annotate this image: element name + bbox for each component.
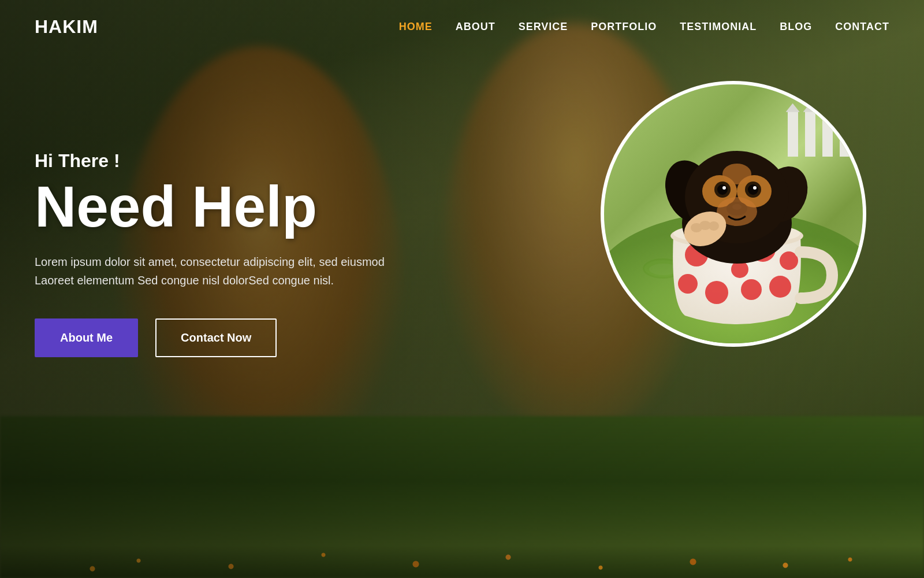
nav-link-about[interactable]: ABOUT [456, 21, 495, 32]
svg-point-5 [678, 274, 698, 294]
nav-link-testimonial[interactable]: TESTIMONIAL [680, 21, 757, 32]
nav-item-contact[interactable]: CONTACT [835, 21, 889, 33]
nav-link-home[interactable]: HOME [399, 21, 433, 32]
hero-content: Hi There ! Need Help Lorem ipsum dolor s… [35, 150, 416, 357]
contact-now-button[interactable]: Contact Now [155, 318, 277, 357]
nav-item-blog[interactable]: BLOG [780, 21, 812, 33]
svg-point-31 [709, 221, 719, 231]
nav-item-home[interactable]: HOME [399, 21, 433, 33]
about-me-button[interactable]: About Me [35, 318, 138, 357]
hero-buttons: About Me Contact Now [35, 318, 416, 357]
nav-link-portfolio[interactable]: PORTFOLIO [591, 21, 657, 32]
hero-subtitle: Hi There ! [35, 150, 416, 172]
puppy-in-cup-svg [604, 84, 866, 347]
hero-section: HAKIM HOME ABOUT SERVICE PORTFOLIO TESTI… [0, 0, 924, 578]
nav-item-portfolio[interactable]: PORTFOLIO [591, 21, 657, 33]
nav-link-service[interactable]: SERVICE [519, 21, 568, 32]
svg-point-18 [722, 164, 751, 184]
svg-point-8 [769, 276, 791, 298]
nav-item-service[interactable]: SERVICE [519, 21, 568, 33]
nav-link-blog[interactable]: BLOG [780, 21, 812, 32]
svg-point-24 [753, 186, 757, 190]
brand-logo[interactable]: HAKIM [35, 16, 98, 38]
cup-scene [604, 84, 863, 343]
nav-item-about[interactable]: ABOUT [456, 21, 495, 33]
nav-item-testimonial[interactable]: TESTIMONIAL [680, 21, 757, 33]
svg-point-6 [705, 281, 728, 304]
svg-point-22 [748, 184, 758, 195]
nav-links-list: HOME ABOUT SERVICE PORTFOLIO TESTIMONIAL… [399, 21, 889, 33]
navbar: HAKIM HOME ABOUT SERVICE PORTFOLIO TESTI… [0, 0, 924, 54]
hero-description: Lorem ipsum dolor sit amet, consectetur … [35, 253, 416, 290]
hero-title: Need Help [35, 177, 416, 235]
svg-point-7 [741, 279, 762, 300]
nav-link-contact[interactable]: CONTACT [835, 21, 889, 32]
svg-point-21 [717, 184, 728, 195]
svg-point-23 [722, 186, 726, 190]
profile-circle [601, 81, 866, 347]
